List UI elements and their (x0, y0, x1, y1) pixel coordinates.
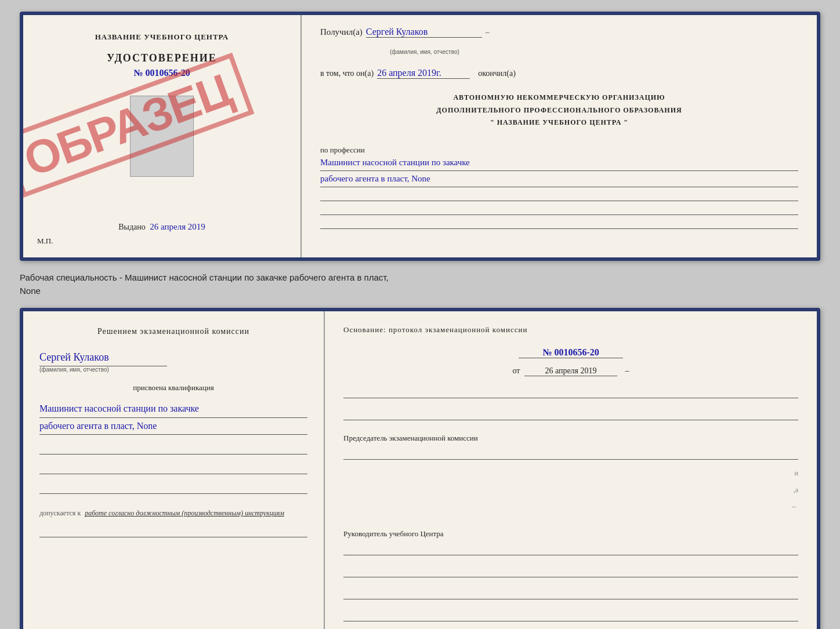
org-line1: АВТОНОМНУЮ НЕКОММЕРЧЕСКУЮ ОРГАНИЗАЦИЮ (320, 92, 798, 104)
right-blank-5 (343, 610, 798, 621)
in-that-label: в том, что он(а) (320, 69, 374, 78)
bottom-certificate: Решением экзаменационной комиссии Сергей… (20, 308, 820, 629)
protocol-date-value: 26 апреля 2019 (524, 366, 617, 376)
org-block: АВТОНОМНУЮ НЕКОММЕРЧЕСКУЮ ОРГАНИЗАЦИЮ ДО… (320, 92, 798, 129)
dash-line-2 (320, 203, 798, 215)
director-block: Руководитель учебного Центра (343, 529, 798, 555)
допускается-text: работе согласно должностным (производств… (85, 509, 284, 517)
допускается-block: допускается к работе согласно должностны… (39, 509, 307, 518)
right-blank-4 (343, 588, 798, 599)
cert-label: УДОСТОВЕРЕНИЕ (107, 52, 217, 64)
name-hint: (фамилия, имя, отчество) (39, 366, 307, 373)
received-name: Сергей Кулаков (366, 27, 482, 38)
issued-line: Выдано 26 апреля 2019 (118, 216, 205, 232)
bottom-left-panel: Решением экзаменационной комиссии Сергей… (23, 311, 325, 629)
cert-left-panel: НАЗВАНИЕ УЧЕБНОГО ЦЕНТРА ОБРАЗЕЦ УДОСТОВ… (23, 15, 302, 257)
dash-line-1 (320, 190, 798, 201)
chairman-sig-line (343, 446, 798, 460)
received-label: Получил(а) (320, 27, 363, 37)
допускается-prefix: допускается к (39, 509, 81, 517)
mp-label: М.П. (37, 237, 53, 246)
org-line3: " НАЗВАНИЕ УЧЕБНОГО ЦЕНТРА " (320, 117, 798, 129)
director-sig-line (343, 541, 798, 555)
protocol-number: № 0010656-20 (519, 347, 623, 358)
profession-line2: рабочего агента в пласт, None (320, 171, 798, 187)
received-hint: (фамилия, имя, отчество) (390, 49, 459, 55)
issued-label: Выдано (118, 223, 146, 231)
dash-line-3 (320, 217, 798, 229)
date-value: 26 апреля 2019г. (377, 68, 470, 79)
right-blank-1 (343, 387, 798, 398)
cert-number: № 0010656-20 (133, 68, 190, 78)
issued-date: 26 апреля 2019 (150, 222, 205, 231)
cert-right-panel: Получил(а) Сергей Кулаков – (фамилия, им… (302, 15, 817, 257)
org-line2: ДОПОЛНИТЕЛЬНОГО ПРОФЕССИОНАЛЬНОГО ОБРАЗО… (320, 104, 798, 117)
director-label: Руководитель учебного Центра (343, 529, 798, 539)
between-text-block: Рабочая специальность - Машинист насосно… (20, 271, 820, 297)
blank-line-3 (39, 482, 307, 494)
basis-label: Основание: протокол экзаменационной коми… (343, 325, 798, 335)
qual-line1: Машинист насосной станции по закачке (39, 401, 307, 418)
blank-line-2 (39, 463, 307, 474)
qual-line2: рабочего агента в пласт, None (39, 418, 307, 435)
profession-label: по профессии (320, 146, 798, 155)
right-blank-3 (343, 566, 798, 577)
chairman-label: Председатель экзаменационной комиссии (343, 433, 798, 443)
received-field: Получил(а) Сергей Кулаков – (320, 27, 798, 38)
blank-line-допускается (39, 526, 307, 537)
dash-after-date: – (625, 366, 629, 375)
photo-placeholder (130, 96, 194, 177)
center-name-top: НАЗВАНИЕ УЧЕБНОГО ЦЕНТРА (95, 32, 229, 42)
between-line1: Рабочая специальность - Машинист насосно… (20, 271, 820, 285)
vertical-note-и: и (795, 469, 798, 477)
top-certificate: НАЗВАНИЕ УЧЕБНОГО ЦЕНТРА ОБРАЗЕЦ УДОСТОВ… (20, 12, 820, 261)
person-name: Сергей Кулаков (39, 349, 167, 366)
chairman-block: Председатель экзаменационной комиссии (343, 433, 798, 460)
protocol-date: от 26 апреля 2019 – (343, 366, 798, 376)
vertical-note-а: ,а (794, 486, 798, 494)
finished-label: окончил(а) (478, 69, 516, 78)
assigned-label: присвоена квалификация (39, 383, 307, 392)
blank-line-1 (39, 443, 307, 455)
vertical-note-arrow: ← (791, 503, 798, 511)
right-blank-2 (343, 409, 798, 420)
in-that-field: в том, что он(а) 26 апреля 2019г. окончи… (320, 68, 798, 79)
bottom-right-panel: Основание: протокол экзаменационной коми… (325, 311, 817, 629)
profession-line1: Машинист насосной станции по закачке (320, 155, 798, 171)
between-line2: None (20, 285, 820, 298)
date-prefix: от (513, 366, 520, 375)
decision-title: Решением экзаменационной комиссии (39, 325, 307, 337)
